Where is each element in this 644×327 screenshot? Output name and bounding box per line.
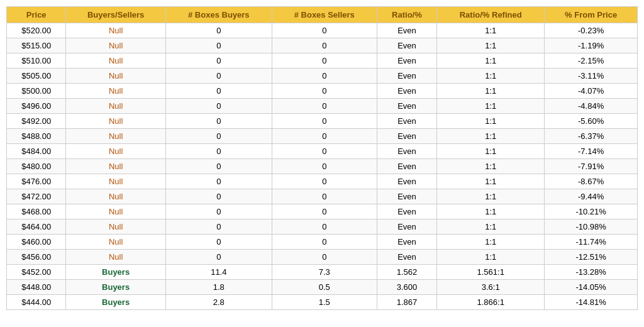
buyers-sellers-cell: Null: [66, 38, 165, 53]
ratio-cell: Even: [377, 159, 436, 174]
box-sellers-cell: 0: [272, 250, 377, 265]
box-sellers-cell: 0: [272, 99, 377, 114]
ratio-refined-cell: 1:1: [437, 219, 545, 235]
buyers-sellers-cell: Null: [66, 219, 165, 235]
ratio-cell: Even: [377, 23, 436, 38]
price-cell: $468.00: [7, 204, 66, 219]
ratio-refined-cell: 1:1: [437, 114, 545, 129]
from-price-cell: -10.98%: [545, 219, 638, 235]
ratio-refined-cell: 1:1: [437, 144, 545, 159]
ratio-cell: 1.562: [377, 265, 436, 280]
from-price-cell: -12.51%: [545, 250, 638, 265]
col-header---from-price: % From Price: [545, 7, 638, 23]
price-cell: $464.00: [7, 219, 66, 235]
ratio-cell: Even: [377, 129, 436, 144]
price-cell: $520.00: [7, 23, 66, 38]
box-sellers-cell: 0.5: [272, 280, 377, 295]
box-sellers-cell: 0: [272, 144, 377, 159]
box-buyers-cell: 0: [165, 69, 272, 84]
box-sellers-cell: 0: [272, 189, 377, 204]
ratio-cell: Even: [377, 38, 436, 53]
ratio-refined-cell: 1:1: [437, 23, 545, 38]
from-price-cell: -3.11%: [545, 69, 638, 84]
ratio-cell: Even: [377, 189, 436, 204]
buyers-sellers-cell: Null: [66, 174, 165, 189]
from-price-cell: -4.84%: [545, 99, 638, 114]
buyers-sellers-cell: Null: [66, 99, 165, 114]
box-buyers-cell: 0: [165, 250, 272, 265]
ratio-cell: Even: [377, 144, 436, 159]
box-buyers-cell: 2.8: [165, 295, 272, 310]
ratio-cell: 3.600: [377, 280, 436, 295]
price-cell: $452.00: [7, 265, 66, 280]
from-price-cell: -4.07%: [545, 84, 638, 99]
buyers-sellers-cell: Null: [66, 53, 165, 69]
ratio-cell: Even: [377, 174, 436, 189]
table-row: $452.00Buyers11.47.31.5621.561:1-13.28%: [7, 265, 638, 280]
ratio-cell: Even: [377, 204, 436, 219]
table-row: $464.00Null00Even1:1-10.98%: [7, 219, 638, 235]
table-row: $488.00Null00Even1:1-6.37%: [7, 129, 638, 144]
price-cell: $472.00: [7, 189, 66, 204]
box-sellers-cell: 0: [272, 129, 377, 144]
price-cell: $480.00: [7, 159, 66, 174]
ratio-refined-cell: 1:1: [437, 174, 545, 189]
box-buyers-cell: 0: [165, 189, 272, 204]
box-buyers-cell: 0: [165, 174, 272, 189]
box-buyers-cell: 0: [165, 204, 272, 219]
ratio-refined-cell: 1:1: [437, 250, 545, 265]
box-buyers-cell: 0: [165, 99, 272, 114]
ratio-cell: Even: [377, 53, 436, 69]
ratio-refined-cell: 1:1: [437, 38, 545, 53]
ratio-cell: Even: [377, 69, 436, 84]
box-sellers-cell: 0: [272, 204, 377, 219]
price-cell: $505.00: [7, 69, 66, 84]
col-header---boxes-buyers: # Boxes Buyers: [165, 7, 272, 23]
ratio-refined-cell: 1:1: [437, 53, 545, 69]
from-price-cell: -1.19%: [545, 38, 638, 53]
box-sellers-cell: 0: [272, 159, 377, 174]
box-sellers-cell: 0: [272, 69, 377, 84]
box-buyers-cell: 0: [165, 219, 272, 235]
col-header-ratio---refined: Ratio/% Refined: [437, 7, 545, 23]
ratio-cell: Even: [377, 219, 436, 235]
from-price-cell: -2.15%: [545, 53, 638, 69]
box-buyers-cell: 11.4: [165, 265, 272, 280]
table-row: $476.00Null00Even1:1-8.67%: [7, 174, 638, 189]
table-row: $444.00Buyers2.81.51.8671.866:1-14.81%: [7, 295, 638, 310]
box-buyers-cell: 0: [165, 114, 272, 129]
price-cell: $476.00: [7, 174, 66, 189]
table-row: $468.00Null00Even1:1-10.21%: [7, 204, 638, 219]
box-buyers-cell: 0: [165, 129, 272, 144]
ratio-refined-cell: 1:1: [437, 99, 545, 114]
buyers-sellers-cell: Null: [66, 159, 165, 174]
ratio-refined-cell: 1:1: [437, 69, 545, 84]
col-header---boxes-sellers: # Boxes Sellers: [272, 7, 377, 23]
table-row: $515.00Null00Even1:1-1.19%: [7, 38, 638, 53]
box-sellers-cell: 0: [272, 174, 377, 189]
ratio-cell: Even: [377, 250, 436, 265]
buyers-sellers-cell: Buyers: [66, 280, 165, 295]
price-cell: $460.00: [7, 235, 66, 250]
buyers-sellers-cell: Null: [66, 250, 165, 265]
ratio-refined-cell: 3.6:1: [437, 280, 545, 295]
table-row: $448.00Buyers1.80.53.6003.6:1-14.05%: [7, 280, 638, 295]
buyers-sellers-cell: Null: [66, 84, 165, 99]
buyers-sellers-cell: Null: [66, 235, 165, 250]
price-cell: $492.00: [7, 114, 66, 129]
table-row: $456.00Null00Even1:1-12.51%: [7, 250, 638, 265]
price-cell: $510.00: [7, 53, 66, 69]
box-buyers-cell: 0: [165, 84, 272, 99]
box-sellers-cell: 0: [272, 219, 377, 235]
ratio-refined-cell: 1:1: [437, 159, 545, 174]
table-row: $460.00Null00Even1:1-11.74%: [7, 235, 638, 250]
from-price-cell: -9.44%: [545, 189, 638, 204]
box-sellers-cell: 0: [272, 23, 377, 38]
from-price-cell: -14.81%: [545, 295, 638, 310]
from-price-cell: -8.67%: [545, 174, 638, 189]
table-row: $472.00Null00Even1:1-9.44%: [7, 189, 638, 204]
price-cell: $444.00: [7, 295, 66, 310]
col-header-price: Price: [7, 7, 66, 23]
buyers-sellers-cell: Null: [66, 114, 165, 129]
box-buyers-cell: 0: [165, 23, 272, 38]
